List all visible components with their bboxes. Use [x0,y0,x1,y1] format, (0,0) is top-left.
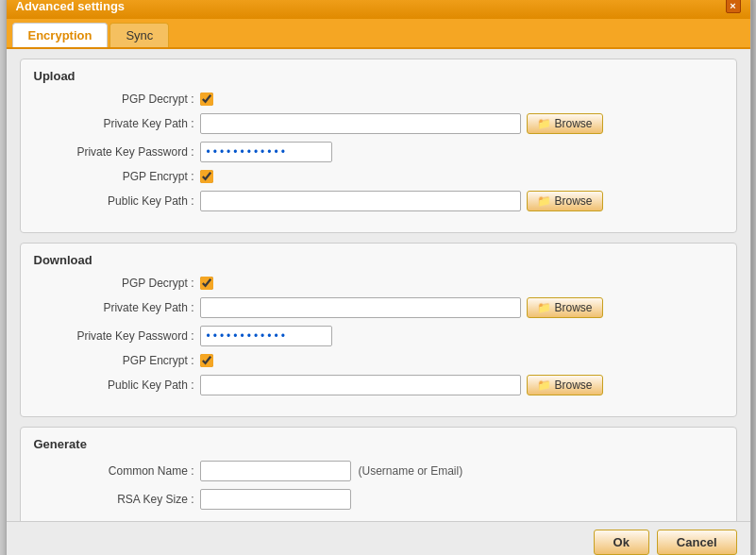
download-pgp-encrypt-row: PGP Encrypt : [34,354,723,367]
advanced-settings-dialog: Advanced settings × Encryption Sync Uplo… [6,0,751,555]
cancel-button[interactable]: Cancel [657,530,737,555]
browse-folder-icon: 📁 [537,117,551,130]
upload-pgp-decrypt-checkbox-container [200,92,213,106]
upload-pgp-encrypt-row: PGP Encrypt : [34,170,723,183]
content-area: Upload PGP Decrypt : Private Key Path : … [7,49,750,521]
upload-pgp-encrypt-checkbox[interactable] [200,170,213,183]
tab-encryption[interactable]: Encryption [12,23,109,47]
upload-pgp-encrypt-label: PGP Encrypt : [34,170,194,183]
upload-pgp-decrypt-row: PGP Decrypt : [34,92,723,106]
download-public-key-path-label: Public Key Path : [34,378,194,392]
download-private-key-password-row: Private Key Password : [34,326,723,346]
generate-common-name-hint: (Username or Email) [359,464,463,478]
download-pgp-encrypt-label: PGP Encrypt : [34,354,194,367]
download-browse-key-button[interactable]: 📁 Browse [527,297,603,318]
upload-public-key-path-input[interactable]: /pubkeys/mycompany.pub [200,191,521,211]
upload-pgp-decrypt-label: PGP Decrypt : [34,92,194,106]
upload-private-key-path-row: Private Key Path : /securekeys/intransit… [34,113,723,134]
download-pgp-decrypt-checkbox[interactable] [200,277,213,290]
upload-private-key-password-row: Private Key Password : [34,142,723,162]
tab-bar: Encryption Sync [7,19,750,49]
dialog-title-text: Advanced settings [16,0,126,13]
download-pgp-decrypt-label: PGP Decrypt : [34,277,194,290]
download-private-key-path-label: Private Key Path : [34,301,194,314]
generate-rsa-key-size-input[interactable]: 2048 [200,489,351,510]
generate-section-title: Generate [34,437,723,451]
generate-rsa-key-size-label: RSA Key Size : [34,493,194,506]
download-private-key-path-row: Private Key Path : /securekeys/mycompany… [34,297,723,318]
upload-pgp-decrypt-checkbox[interactable] [200,92,213,106]
upload-private-key-path-label: Private Key Path : [34,117,194,130]
download-section-title: Download [34,253,723,267]
upload-public-key-path-row: Public Key Path : /pubkeys/mycompany.pub… [34,191,723,211]
generate-section: Generate Common Name : (Username or Emai… [20,427,737,521]
upload-private-key-path-input[interactable]: /securekeys/intransit.key [200,113,521,134]
dialog-footer: Ok Cancel [7,521,750,555]
download-private-key-path-input[interactable]: /securekeys/mycompany.key [200,297,521,318]
download-public-key-path-input[interactable]: /pubkeys/yourcompany.pub [200,375,521,395]
browse-folder-icon3: 📁 [537,301,551,314]
download-pgp-decrypt-row: PGP Decrypt : [34,277,723,290]
generate-common-name-label: Common Name : [34,464,194,478]
browse-folder-icon2: 📁 [537,194,551,208]
generate-common-name-row: Common Name : (Username or Email) [34,461,723,481]
upload-section: Upload PGP Decrypt : Private Key Path : … [20,59,737,233]
close-button[interactable]: × [726,0,741,13]
download-browse-pubkey-button[interactable]: 📁 Browse [527,375,603,395]
upload-public-key-path-label: Public Key Path : [34,194,194,208]
upload-private-key-password-input[interactable] [200,142,332,162]
ok-button[interactable]: Ok [594,530,649,555]
download-private-key-password-label: Private Key Password : [34,329,194,343]
download-pgp-encrypt-checkbox[interactable] [200,354,213,367]
generate-rsa-key-size-row: RSA Key Size : 2048 [34,489,723,510]
tab-sync[interactable]: Sync [109,23,169,47]
generate-common-name-input[interactable] [200,461,351,481]
browse-folder-icon4: 📁 [537,378,551,392]
upload-browse-pubkey-button[interactable]: 📁 Browse [527,191,603,211]
download-private-key-password-input[interactable] [200,326,332,346]
upload-browse-key-button[interactable]: 📁 Browse [527,113,603,134]
download-section: Download PGP Decrypt : Private Key Path … [20,243,737,417]
upload-private-key-password-label: Private Key Password : [34,145,194,159]
upload-section-title: Upload [34,69,723,83]
download-public-key-path-row: Public Key Path : /pubkeys/yourcompany.p… [34,375,723,395]
dialog-title-bar: Advanced settings × [7,0,750,19]
